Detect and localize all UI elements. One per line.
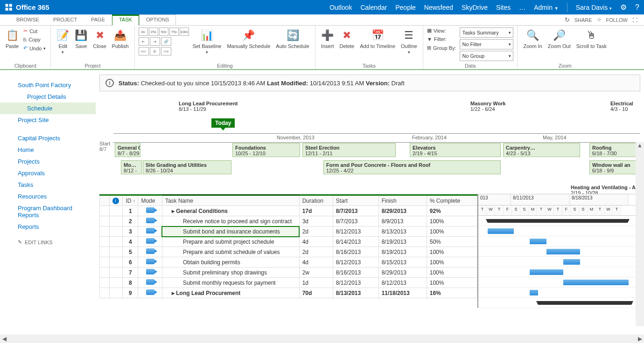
brand-area[interactable]: Office 365	[5, 3, 49, 12]
insert-button[interactable]: ➕Insert	[319, 27, 336, 50]
unlink-icon[interactable]: ⊘	[150, 47, 160, 55]
timeline-bar[interactable]: Site Grading and Utilities8/26 - 10/24	[143, 160, 231, 174]
topnav-sites[interactable]: Sites	[496, 4, 511, 11]
gantt-summary-bar[interactable]	[538, 301, 631, 305]
nav-tasks[interactable]: Tasks	[0, 179, 96, 191]
zoom-75x[interactable]: 75x	[169, 27, 179, 36]
group-select[interactable]: No Group▾	[460, 51, 513, 61]
nav-approvals[interactable]: Approvals	[0, 167, 96, 179]
timeline-today-marker[interactable]: Today	[211, 118, 235, 128]
nav-projects[interactable]: Projects	[0, 156, 96, 167]
timeline-bar[interactable]: Roofing6/18 - 7/30	[589, 143, 640, 157]
nav-resources[interactable]: Resources	[0, 191, 96, 202]
topnav-outlook[interactable]: Outlook	[329, 4, 352, 11]
tab-task[interactable]: TASK	[112, 14, 139, 26]
edit-button[interactable]: 📝Edit▾	[55, 27, 71, 55]
gantt-summary-bar[interactable]	[488, 219, 628, 223]
tab-browse[interactable]: BROWSE	[9, 14, 46, 25]
nav-project-name[interactable]: South Point Factory	[0, 79, 96, 91]
nav-dashboard[interactable]: Program Dashboard Reports	[0, 202, 96, 221]
gantt-task-bar[interactable]	[546, 249, 580, 254]
topnav-skydrive[interactable]: SkyDrive	[462, 4, 488, 11]
gantt-task-bar[interactable]	[530, 239, 546, 244]
table-row[interactable]: 9▸ Long Lead Procurement70d8/13/201311/1…	[100, 288, 477, 298]
gantt-task-bar[interactable]	[563, 280, 629, 285]
scroll-right-icon[interactable]: ▶	[636, 336, 644, 342]
timeline-callout[interactable]: Electrical4/3 - 10	[610, 101, 633, 112]
zoom-out-button[interactable]: 🔎Zoom Out	[546, 27, 573, 50]
outdent-icon[interactable]: ⇤	[139, 37, 149, 46]
timeline-callout[interactable]: Long Lead Procurement8/13 - 11/29	[179, 101, 238, 112]
timeline-bar[interactable]: General Co…8/7 - 8/29	[115, 143, 140, 157]
col-selector[interactable]	[100, 195, 110, 206]
col-mode[interactable]: Mode	[138, 195, 162, 206]
filter-select[interactable]: No Filter▾	[460, 39, 513, 49]
nav-schedule[interactable]: Schedule	[0, 103, 96, 114]
zoom-50x[interactable]: 50x	[159, 27, 168, 36]
zoom-100x[interactable]: 100x	[180, 27, 189, 36]
col-id[interactable]: ID ↑	[123, 195, 138, 206]
gantt-task-bar[interactable]	[530, 290, 538, 295]
link-icon[interactable]: 🔗	[161, 37, 171, 46]
move-right-icon[interactable]: ⟹	[161, 47, 171, 55]
nav-capital-projects[interactable]: Capital Projects	[0, 132, 96, 144]
add-to-timeline-button[interactable]: 📅Add to Timeline	[358, 27, 397, 50]
paste-button[interactable]: 📋Paste	[4, 27, 21, 50]
topnav-calendar[interactable]: Calendar	[360, 4, 387, 11]
set-baseline-button[interactable]: 📊Set Baseline▾	[191, 27, 224, 55]
vertical-scrollbar[interactable]: ▲	[636, 142, 644, 326]
fullscreen-icon[interactable]: ⛶	[632, 17, 637, 23]
timeline-callout[interactable]: Masonry Work1/22 - 6/24	[470, 101, 506, 112]
auto-schedule-button[interactable]: 🔄Auto Schedule	[274, 27, 311, 50]
timeline-bar[interactable]: Form and Pour Concrete - Floors and Roof…	[323, 160, 501, 174]
scroll-to-task-button[interactable]: 🖱Scroll to Task	[574, 27, 609, 50]
delete-button[interactable]: ✖Delete	[337, 27, 356, 50]
timeline-bar[interactable]: Mo…8/12 -	[121, 160, 142, 174]
col-percent[interactable]: % Complete	[427, 195, 477, 206]
sync-icon[interactable]: ↻	[565, 16, 570, 23]
tab-options[interactable]: OPTIONS	[139, 14, 176, 25]
copy-button[interactable]: ⎘Copy	[22, 36, 47, 43]
follow-button[interactable]: FOLLOW	[606, 17, 628, 23]
gantt-task-bar[interactable]	[563, 259, 580, 265]
cut-button[interactable]: ✂Cut	[22, 27, 47, 34]
table-row[interactable]: 8Submit monthly requests for payment1d8/…	[100, 278, 477, 288]
help-icon[interactable]: ?	[635, 3, 639, 12]
timeline-bar[interactable]: Foundations10/25 - 12/10	[232, 143, 300, 157]
horizontal-scrollbar[interactable]: ◀ ▶	[0, 335, 644, 343]
undo-button[interactable]: ↶Undo ▾	[22, 45, 47, 52]
publish-button[interactable]: 📤Publish	[110, 27, 131, 50]
table-row[interactable]: 6Obtain building permits4d8/12/20138/15/…	[100, 257, 477, 268]
col-task-name[interactable]: Task Name	[162, 195, 299, 206]
nav-project-details[interactable]: Project Details	[0, 91, 96, 103]
timeline-bar[interactable]: Steel Erection12/11 - 2/11	[302, 143, 396, 157]
col-start[interactable]: Start	[333, 195, 378, 206]
user-menu[interactable]: Sara Davis ▾	[576, 4, 612, 11]
timeline-bar[interactable]: Carpentry…4/23 - 5/13	[503, 143, 580, 157]
timeline-bar[interactable]: Elevators2/19 - 4/15	[410, 143, 501, 157]
save-button[interactable]: 💾Save	[73, 27, 89, 50]
table-row[interactable]: 7Submit preliminary shop drawings2w8/16/…	[100, 268, 477, 278]
topnav-newsfeed[interactable]: Newsfeed	[424, 4, 453, 11]
outline-button[interactable]: ☰Outline▾	[399, 27, 419, 55]
zoom-25x[interactable]: 25x	[149, 27, 158, 36]
topnav-more[interactable]: …	[519, 4, 525, 11]
table-row[interactable]: 5Prepare and submit schedule of values2d…	[100, 247, 477, 257]
view-select[interactable]: Tasks Summary▾	[460, 27, 513, 38]
move-left-icon[interactable]: ⟸	[139, 47, 149, 55]
timeline-bar[interactable]: Window wall an6/18 - 9/9	[589, 160, 640, 174]
follow-star-icon[interactable]: ☆	[597, 17, 602, 23]
nav-reports[interactable]: Reports	[0, 221, 96, 233]
col-finish[interactable]: Finish	[378, 195, 427, 206]
nav-edit-links[interactable]: ✎EDIT LINKS	[0, 233, 96, 247]
scroll-up-icon[interactable]: ▲	[636, 142, 644, 151]
table-row[interactable]: 1▸ General Conditions17d8/7/20138/29/201…	[100, 206, 477, 216]
share-button[interactable]: SHARE	[574, 17, 592, 23]
topnav-admin[interactable]: Admin ▼	[534, 4, 559, 11]
gantt-task-bar[interactable]	[530, 269, 563, 275]
gantt-task-bar[interactable]	[488, 228, 514, 234]
table-row[interactable]: 2Receive notice to proceed and sign cont…	[100, 216, 477, 226]
col-info[interactable]: i	[109, 195, 123, 206]
close-button[interactable]: ✖Close	[91, 27, 108, 50]
nav-home[interactable]: Home	[0, 144, 96, 156]
